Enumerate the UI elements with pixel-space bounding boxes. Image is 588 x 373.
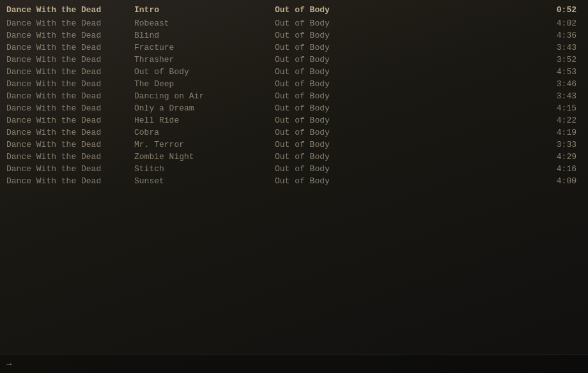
track-duration: 3:52: [396, 55, 588, 65]
track-album: Out of Body: [268, 176, 396, 186]
track-album: Out of Body: [268, 79, 396, 89]
track-duration: 4:19: [396, 128, 588, 137]
track-title: Stitch: [128, 164, 268, 174]
track-duration: 3:43: [396, 43, 588, 52]
track-artist: Dance With the Dead: [0, 152, 128, 162]
table-row[interactable]: Dance With the Dead Mr. Terror Out of Bo…: [0, 139, 588, 151]
header-artist: Dance With the Dead: [0, 5, 128, 15]
track-title: Only a Dream: [128, 103, 268, 113]
track-duration: 4:36: [396, 31, 588, 40]
bottom-bar: →: [0, 354, 588, 373]
track-album: Out of Body: [268, 55, 396, 65]
track-title: Mr. Terror: [128, 140, 268, 149]
track-duration: 4:53: [396, 67, 588, 77]
table-row[interactable]: Dance With the Dead Thrasher Out of Body…: [0, 54, 588, 66]
track-list-header: Dance With the Dead Intro Out of Body 0:…: [0, 4, 588, 16]
table-row[interactable]: Dance With the Dead The Deep Out of Body…: [0, 78, 588, 90]
track-album: Out of Body: [268, 31, 396, 40]
track-title: Out of Body: [128, 67, 268, 77]
track-title: Dancing on Air: [128, 91, 268, 101]
track-album: Out of Body: [268, 91, 396, 101]
table-row[interactable]: Dance With the Dead Out of Body Out of B…: [0, 66, 588, 78]
table-row[interactable]: Dance With the Dead Cobra Out of Body 4:…: [0, 126, 588, 139]
track-artist: Dance With the Dead: [0, 164, 128, 174]
track-artist: Dance With the Dead: [0, 67, 128, 77]
track-duration: 4:22: [396, 116, 588, 125]
track-artist: Dance With the Dead: [0, 43, 128, 52]
header-duration: 0:52: [396, 5, 588, 15]
track-album: Out of Body: [268, 67, 396, 77]
track-album: Out of Body: [268, 152, 396, 162]
track-artist: Dance With the Dead: [0, 55, 128, 65]
track-title: Cobra: [128, 128, 268, 137]
track-album: Out of Body: [268, 140, 396, 149]
track-title: The Deep: [128, 79, 268, 89]
track-duration: 3:33: [396, 140, 588, 149]
track-title: Zombie Night: [128, 152, 268, 162]
track-duration: 4:02: [396, 19, 588, 28]
track-title: Hell Ride: [128, 116, 268, 125]
track-title: Blind: [128, 31, 268, 40]
track-artist: Dance With the Dead: [0, 140, 128, 149]
track-album: Out of Body: [268, 19, 396, 28]
header-album: Out of Body: [268, 5, 396, 15]
track-album: Out of Body: [268, 128, 396, 137]
table-row[interactable]: Dance With the Dead Stitch Out of Body 4…: [0, 163, 588, 175]
track-title: Sunset: [128, 176, 268, 186]
table-row[interactable]: Dance With the Dead Only a Dream Out of …: [0, 102, 588, 114]
track-album: Out of Body: [268, 116, 396, 125]
table-row[interactable]: Dance With the Dead Hell Ride Out of Bod…: [0, 114, 588, 126]
track-artist: Dance With the Dead: [0, 176, 128, 186]
tracks-container: Dance With the Dead Robeast Out of Body …: [0, 17, 588, 187]
track-title: Fracture: [128, 43, 268, 52]
track-title: Thrasher: [128, 55, 268, 65]
table-row[interactable]: Dance With the Dead Robeast Out of Body …: [0, 17, 588, 29]
track-artist: Dance With the Dead: [0, 19, 128, 28]
table-row[interactable]: Dance With the Dead Fracture Out of Body…: [0, 42, 588, 54]
table-row[interactable]: Dance With the Dead Blind Out of Body 4:…: [0, 29, 588, 42]
track-duration: 4:00: [396, 176, 588, 186]
track-artist: Dance With the Dead: [0, 79, 128, 89]
track-duration: 3:43: [396, 91, 588, 101]
track-artist: Dance With the Dead: [0, 91, 128, 101]
table-row[interactable]: Dance With the Dead Zombie Night Out of …: [0, 151, 588, 163]
arrow-icon: →: [6, 359, 12, 369]
track-duration: 4:16: [396, 164, 588, 174]
track-artist: Dance With the Dead: [0, 31, 128, 40]
header-title: Intro: [128, 5, 268, 15]
table-row[interactable]: Dance With the Dead Dancing on Air Out o…: [0, 90, 588, 102]
track-duration: 3:46: [396, 79, 588, 89]
track-title: Robeast: [128, 19, 268, 28]
track-album: Out of Body: [268, 164, 396, 174]
table-row[interactable]: Dance With the Dead Sunset Out of Body 4…: [0, 175, 588, 187]
track-artist: Dance With the Dead: [0, 116, 128, 125]
track-album: Out of Body: [268, 43, 396, 52]
track-artist: Dance With the Dead: [0, 128, 128, 137]
track-artist: Dance With the Dead: [0, 103, 128, 113]
track-album: Out of Body: [268, 103, 396, 113]
track-list: Dance With the Dead Intro Out of Body 0:…: [0, 0, 588, 191]
track-duration: 4:15: [396, 103, 588, 113]
track-duration: 4:29: [396, 152, 588, 162]
